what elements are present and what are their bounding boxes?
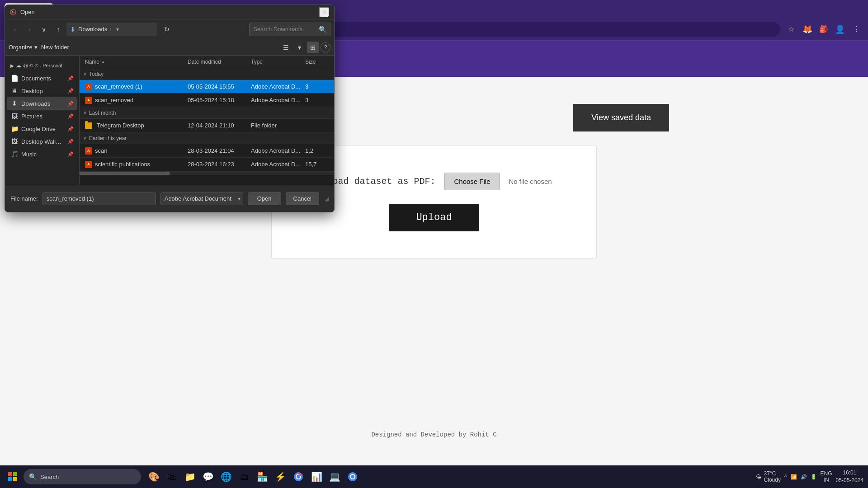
sidebar-item-desktop[interactable]: 🖥 Desktop 📌 bbox=[7, 84, 77, 97]
sidebar-item-desktop-wall[interactable]: 🖼 Desktop Wall… 📌 bbox=[7, 135, 77, 148]
dialog-close-btn[interactable]: ✕ bbox=[319, 7, 330, 18]
file-row-telegram[interactable]: Telegram Desktop 12-04-2024 21:10 File f… bbox=[80, 119, 334, 132]
sidebar-item-documents[interactable]: 📄 Documents 📌 bbox=[7, 72, 77, 84]
file-list-header: Name ▲ Date modified Type Size bbox=[80, 56, 334, 68]
sidebar-expand-icon: ▶ bbox=[10, 63, 14, 68]
pdf-icon: A bbox=[85, 83, 92, 90]
file-date-cell: 12-04-2024 21:10 bbox=[186, 119, 249, 132]
sidebar-cloud-item[interactable]: ▶ ☁ @ © ® - Personal bbox=[7, 59, 77, 72]
file-date-cell: 28-03-2024 21:04 bbox=[186, 144, 249, 157]
file-date: 28-03-2024 16:23 bbox=[188, 161, 234, 168]
desktop-wall-pin-icon: 📌 bbox=[67, 139, 74, 145]
file-date: 12-04-2024 21:10 bbox=[188, 122, 234, 129]
view-list-dropdown-btn[interactable]: ▾ bbox=[293, 42, 305, 53]
new-folder-btn[interactable]: New folder bbox=[41, 44, 69, 51]
file-date: 28-03-2024 21:04 bbox=[188, 147, 234, 154]
file-row-scan[interactable]: A scan 28-03-2024 21:04 Adobe Acrobat D.… bbox=[80, 144, 334, 158]
file-size-cell: 1,2 bbox=[303, 144, 330, 157]
file-size-cell bbox=[303, 119, 330, 132]
dialog-title-text: Open bbox=[20, 9, 35, 15]
desktop-icon: 🖥 bbox=[10, 87, 19, 94]
dialog-cancel-btn[interactable]: Cancel bbox=[286, 192, 319, 205]
sidebar-desktop-wall-label: Desktop Wall… bbox=[21, 138, 61, 145]
sidebar-desktop-label: Desktop bbox=[21, 88, 43, 94]
file-type-cell: Adobe Acrobat D... bbox=[249, 144, 303, 157]
group-earlier-year-label: Earlier this year bbox=[89, 135, 127, 141]
search-icon: 🔍 bbox=[319, 26, 326, 33]
file-type: File folder bbox=[251, 122, 277, 129]
folder-icon bbox=[85, 122, 92, 129]
file-date-cell: 28-03-2024 16:23 bbox=[186, 158, 249, 171]
dialog-forward-btn[interactable]: › bbox=[23, 23, 36, 36]
file-type-cell: Adobe Acrobat D... bbox=[249, 94, 303, 107]
filename-input[interactable] bbox=[42, 192, 156, 205]
dialog-open-btn[interactable]: Open bbox=[248, 192, 281, 205]
file-name-cell: A scan_removed bbox=[83, 94, 186, 107]
sidebar-cloud-icon: ☁ bbox=[16, 62, 21, 69]
sidebar-item-google-drive[interactable]: 📁 Google Drive 📌 bbox=[7, 122, 77, 135]
header-name[interactable]: Name ▲ bbox=[83, 56, 186, 68]
dialog-toolbar: Organize ▾ New folder ☰ ▾ ⊞ ? bbox=[5, 39, 334, 56]
header-size[interactable]: Size bbox=[303, 56, 330, 68]
sidebar-google-drive-label: Google Drive bbox=[21, 126, 56, 132]
dialog-path[interactable]: ⬇ Downloads › ▾ bbox=[66, 23, 157, 36]
dialog-dropdown-btn[interactable]: ∨ bbox=[38, 23, 50, 36]
group-last-month-label: Last month bbox=[89, 110, 116, 116]
view-list-btn[interactable]: ☰ bbox=[280, 42, 292, 53]
file-size: 1,2 bbox=[305, 147, 313, 154]
file-name-cell: A scan bbox=[83, 144, 186, 157]
dialog-overlay: Open ✕ ‹ › ∨ ↑ ⬇ Downloads › ▾ ↻ Search … bbox=[0, 0, 868, 488]
group-today-chevron: ∨ bbox=[83, 71, 86, 76]
google-drive-icon: 📁 bbox=[10, 125, 19, 132]
dialog-titlebar: Open ✕ bbox=[5, 5, 334, 19]
dialog-refresh-btn[interactable]: ↻ bbox=[160, 23, 173, 36]
resize-handle: ◢ bbox=[325, 196, 329, 202]
pdf-icon: A bbox=[85, 97, 92, 104]
horizontal-scrollbar[interactable] bbox=[80, 171, 334, 175]
file-size-cell: 3 bbox=[303, 94, 330, 107]
file-name-cell: Telegram Desktop bbox=[83, 119, 186, 132]
file-name: scan bbox=[95, 147, 107, 154]
header-type[interactable]: Type bbox=[249, 56, 303, 68]
group-last-month-chevron: ∨ bbox=[83, 110, 86, 115]
file-name: Telegram Desktop bbox=[97, 122, 144, 129]
dialog-title-icon bbox=[9, 9, 17, 16]
group-last-month[interactable]: ∨ Last month bbox=[80, 107, 334, 119]
sidebar-item-music[interactable]: 🎵 Music 📌 bbox=[7, 148, 77, 160]
organize-dropdown-icon: ▾ bbox=[34, 44, 38, 51]
file-type: Adobe Acrobat D... bbox=[251, 161, 300, 168]
file-type-cell: Adobe Acrobat D... bbox=[249, 158, 303, 171]
file-size-cell: 15,7 bbox=[303, 158, 330, 171]
dialog-sidebar: ▶ ☁ @ © ® - Personal 📄 Documents 📌 🖥 Des… bbox=[5, 56, 80, 185]
group-earlier-year[interactable]: ∨ Earlier this year bbox=[80, 132, 334, 144]
file-type-cell: File folder bbox=[249, 119, 303, 132]
file-row-scan-removed-1[interactable]: A scan_removed (1) 05-05-2024 15:55 Adob… bbox=[80, 80, 334, 94]
dialog-back-btn[interactable]: ‹ bbox=[9, 23, 21, 36]
dialog-up-btn[interactable]: ↑ bbox=[52, 23, 65, 36]
file-row-scan-removed[interactable]: A scan_removed 05-05-2024 15:18 Adobe Ac… bbox=[80, 94, 334, 107]
dialog-search-box[interactable]: Search Downloads 🔍 bbox=[249, 23, 330, 36]
desktop-wall-icon: 🖼 bbox=[10, 138, 19, 145]
group-today[interactable]: ∨ Today bbox=[80, 68, 334, 80]
name-sort-icon: ▲ bbox=[101, 60, 105, 64]
google-drive-pin-icon: 📌 bbox=[67, 126, 74, 132]
organize-btn[interactable]: Organize ▾ bbox=[9, 44, 38, 51]
sidebar-item-pictures[interactable]: 🖼 Pictures 📌 bbox=[7, 110, 77, 122]
file-row-scientific[interactable]: A scientific publications 28-03-2024 16:… bbox=[80, 158, 334, 171]
path-chevron: › bbox=[110, 27, 111, 32]
file-type-cell: Adobe Acrobat D... bbox=[249, 80, 303, 93]
documents-icon: 📄 bbox=[10, 75, 19, 82]
music-pin-icon: 📌 bbox=[67, 151, 74, 157]
header-date-modified[interactable]: Date modified bbox=[186, 56, 249, 68]
view-details-btn[interactable]: ⊞ bbox=[307, 42, 319, 53]
sidebar-item-downloads[interactable]: ⬇ Downloads 📌 bbox=[7, 97, 77, 110]
help-btn[interactable]: ? bbox=[321, 42, 330, 52]
filetype-select[interactable]: Adobe Acrobat Document All Files (*.*) bbox=[160, 192, 243, 205]
path-download-icon: ⬇ bbox=[70, 26, 75, 33]
h-scroll-thumb[interactable] bbox=[80, 172, 170, 175]
dialog-footer: File name: Adobe Acrobat Document All Fi… bbox=[5, 185, 334, 212]
file-size-cell: 3 bbox=[303, 80, 330, 93]
music-icon: 🎵 bbox=[10, 150, 19, 158]
filetype-select-wrapper: Adobe Acrobat Document All Files (*.*) bbox=[160, 192, 243, 205]
downloads-icon: ⬇ bbox=[10, 100, 19, 107]
